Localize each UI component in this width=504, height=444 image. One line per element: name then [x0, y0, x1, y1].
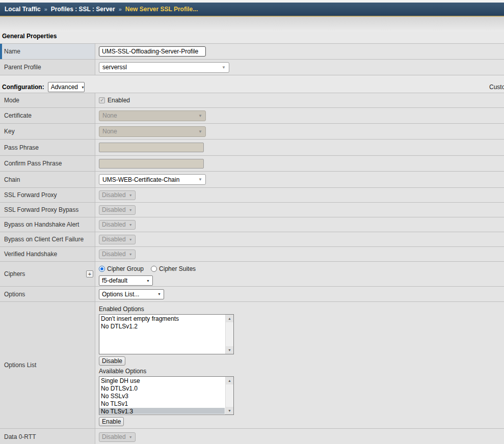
list-item[interactable]: Don't insert empty fragments [99, 315, 225, 323]
list-item[interactable]: No SSLv3 [99, 393, 225, 400]
expand-plus-button[interactable]: + [86, 270, 93, 277]
list-item[interactable]: No TLSv1 [99, 400, 225, 408]
name-label-cell: Name [0, 44, 95, 59]
parent-profile-select[interactable]: serverssl ▼ [99, 62, 229, 73]
chain-select-value: UMS-WEB-Certificate-Chain [102, 176, 179, 183]
table-row-bypass-on-client-cert-failure: Bypass on Client Cert Failure Disabled ▼ [0, 232, 504, 247]
key-label: Key [4, 128, 15, 135]
bypass-on-client-cert-failure-value: Disabled [102, 236, 126, 243]
chevron-down-icon: ▼ [129, 253, 132, 256]
bypass-on-client-cert-failure-select: Disabled ▼ [99, 235, 136, 244]
chevron-down-icon: ▼ [198, 177, 202, 182]
bypass-on-handshake-alert-value: Disabled [102, 221, 126, 228]
scroll-up-icon[interactable]: ▲ [226, 315, 233, 322]
ciphers-label: Ciphers [4, 270, 25, 277]
table-row-chain: Chain UMS-WEB-Certificate-Chain ▼ [0, 172, 504, 188]
enabled-options-listbox[interactable]: Don't insert empty fragments No DTLSv1.2… [99, 314, 234, 354]
confirm-pass-phrase-input [99, 159, 204, 169]
mode-checkbox [99, 97, 105, 103]
cipher-suites-radio-label: Cipher Suites [159, 265, 196, 272]
options-label: Options [4, 291, 25, 298]
table-row-ssl-forward-proxy-bypass: SSL Forward Proxy Bypass Disabled ▼ [0, 203, 504, 217]
breadcrumb-separator-icon: » [44, 6, 47, 12]
scroll-down-icon[interactable]: ▼ [226, 346, 233, 354]
list-item[interactable]: No DTLSv1.2 [99, 323, 225, 330]
list-item[interactable]: Single DH use [99, 377, 225, 385]
chain-label: Chain [4, 176, 20, 183]
disable-button[interactable]: Disable [99, 356, 125, 366]
chevron-down-icon: ▼ [129, 223, 132, 227]
data-0rtt-value: Disabled [102, 433, 126, 440]
ssl-forward-proxy-bypass-label: SSL Forward Proxy Bypass [4, 206, 78, 213]
list-item[interactable]: No DTLSv1.0 [99, 385, 225, 393]
table-row-pass-phrase: Pass Phrase [0, 140, 504, 156]
verified-handshake-select: Disabled ▼ [99, 249, 136, 259]
confirm-pass-phrase-label: Confirm Pass Phrase [4, 160, 62, 167]
chevron-down-icon: ▼ [129, 193, 132, 197]
table-row-verified-handshake: Verified Handshake Disabled ▼ [0, 247, 504, 262]
available-options-title: Available Options [99, 368, 504, 375]
configuration-label: Configuration: [2, 84, 44, 91]
cipher-suites-radio[interactable] [151, 266, 157, 272]
table-row-options: Options Options List... ▼ [0, 287, 504, 302]
available-options-listbox[interactable]: Single DH use No DTLSv1.0 No SSLv3 No TL… [99, 376, 234, 415]
scrollbar[interactable]: ▲ ▼ [225, 315, 233, 354]
scroll-up-icon[interactable]: ▲ [226, 377, 233, 384]
breadcrumb-section[interactable]: Local Traffic [5, 6, 41, 13]
scrollbar[interactable]: ▲ ▼ [225, 377, 233, 414]
certificate-select: None ▼ [99, 110, 206, 121]
cipher-group-radio[interactable] [99, 266, 105, 272]
options-select[interactable]: Options List... ▼ [99, 289, 164, 299]
table-row-options-list: Options List Enabled Options Don't inser… [0, 302, 504, 429]
ssl-forward-proxy-bypass-value: Disabled [102, 206, 126, 213]
chevron-down-icon: ▼ [129, 238, 132, 241]
configuration-level-value: Advanced [51, 84, 78, 91]
breadcrumb-current: New Server SSL Profile... [125, 6, 198, 13]
ssl-forward-proxy-select: Disabled ▼ [99, 190, 136, 200]
data-0rtt-select: Disabled ▼ [99, 432, 136, 442]
verified-handshake-label: Verified Handshake [4, 251, 57, 258]
key-select-value: None [102, 128, 117, 135]
certificate-select-value: None [102, 112, 117, 119]
chevron-down-icon: ▼ [81, 86, 85, 89]
configuration-level-select[interactable]: Advanced ▼ [48, 82, 85, 92]
parent-profile-label-cell: Parent Profile [0, 60, 95, 75]
key-select: None ▼ [99, 126, 206, 137]
mode-checkbox-label: Enabled [108, 97, 130, 104]
chevron-down-icon: ▼ [129, 208, 132, 212]
name-input[interactable] [99, 46, 206, 57]
table-row-certificate: Certificate None ▼ [0, 108, 504, 124]
table-row-mode: Mode Enabled [0, 93, 504, 108]
cipher-group-select[interactable]: f5-default ▼ [99, 275, 153, 286]
chevron-down-icon: ▼ [198, 114, 202, 118]
breadcrumb-path[interactable]: Profiles : SSL : Server [51, 6, 115, 13]
chevron-down-icon: ▼ [222, 65, 226, 70]
scroll-down-icon[interactable]: ▼ [226, 407, 233, 414]
table-row-name: Name [0, 44, 504, 60]
table-row-ssl-forward-proxy: SSL Forward Proxy Disabled ▼ [0, 188, 504, 203]
chevron-down-icon: ▼ [157, 292, 161, 296]
chain-select[interactable]: UMS-WEB-Certificate-Chain ▼ [99, 174, 206, 185]
pass-phrase-input [99, 143, 204, 152]
pass-phrase-label: Pass Phrase [4, 144, 39, 151]
table-row-bypass-on-handshake-alert: Bypass on Handshake Alert Disabled ▼ [0, 217, 504, 232]
breadcrumb: Local Traffic » Profiles : SSL : Server … [0, 3, 504, 16]
options-select-value: Options List... [102, 291, 139, 298]
bypass-on-handshake-alert-label: Bypass on Handshake Alert [4, 221, 79, 228]
ssl-forward-proxy-value: Disabled [102, 191, 126, 199]
table-row-key: Key None ▼ [0, 124, 504, 140]
enable-button[interactable]: Enable [99, 417, 124, 426]
table-row-data-0rtt: Data 0-RTT Disabled ▼ [0, 429, 504, 444]
list-item-selected[interactable]: No TLSv1.3 [99, 408, 225, 414]
bypass-on-handshake-alert-select: Disabled ▼ [99, 220, 136, 230]
cipher-group-radio-label: Cipher Group [107, 265, 144, 272]
table-row-confirm-pass-phrase: Confirm Pass Phrase [0, 156, 504, 172]
parent-profile-select-value: serverssl [102, 64, 127, 71]
breadcrumb-separator-icon: » [119, 6, 122, 12]
enabled-options-title: Enabled Options [99, 306, 504, 313]
custom-column-header: Custom [489, 84, 504, 91]
parent-profile-label: Parent Profile [4, 64, 41, 71]
configuration-table: Mode Enabled Certificate None ▼ Key None… [0, 93, 504, 444]
certificate-label: Certificate [4, 112, 32, 119]
spacer [0, 17, 504, 32]
